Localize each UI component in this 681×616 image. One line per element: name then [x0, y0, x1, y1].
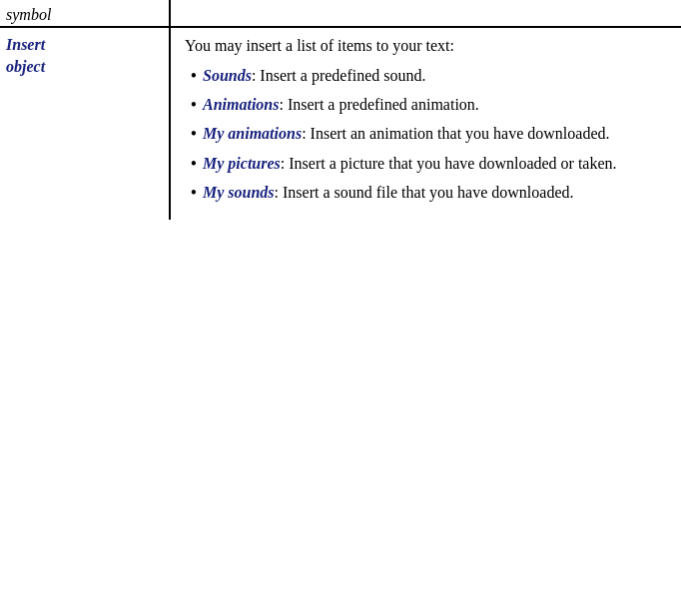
symbol-row: symbol: [0, 0, 681, 27]
bullet-dot: •: [185, 152, 203, 177]
intro-text: You may insert a list of items to your t…: [185, 34, 671, 58]
bullet-dot: •: [185, 93, 203, 118]
item-desc-my-animations: : Insert an animation that you have down…: [302, 125, 609, 142]
content-cell: You may insert a list of items to your t…: [170, 27, 681, 220]
symbol-cell: symbol: [0, 0, 170, 27]
symbol-right-cell: [170, 0, 681, 27]
insert-object-row: Insertobject You may insert a list of it…: [0, 27, 681, 220]
item-name-sounds: Sounds: [203, 67, 252, 84]
bullet-dot: •: [185, 122, 203, 147]
item-name-my-animations: My animations: [203, 125, 302, 142]
main-table: symbol Insertobject You may insert a lis…: [0, 0, 681, 220]
list-item: • Animations: Insert a predefined animat…: [185, 93, 671, 118]
bullet-dot: •: [185, 64, 203, 89]
list-item: • My pictures: Insert a picture that you…: [185, 152, 671, 177]
bullet-text-my-animations: My animations: Insert an animation that …: [203, 122, 671, 146]
item-desc-sounds: : Insert a predefined sound.: [252, 67, 426, 84]
list-item: • My animations: Insert an animation tha…: [185, 122, 671, 147]
right-content: You may insert a list of items to your t…: [185, 34, 671, 206]
insert-object-cell: Insertobject: [0, 27, 170, 220]
item-name-my-pictures: My pictures: [203, 155, 281, 172]
item-desc-my-pictures: : Insert a picture that you have downloa…: [281, 155, 617, 172]
insert-object-label: Insertobject: [6, 36, 45, 75]
bullet-text-my-sounds: My sounds: Insert a sound file that you …: [203, 181, 671, 205]
symbol-label: symbol: [6, 6, 51, 23]
item-name-my-sounds: My sounds: [203, 184, 275, 201]
bullet-list: • Sounds: Insert a predefined sound. • A…: [185, 64, 671, 206]
item-desc-my-sounds: : Insert a sound file that you have down…: [275, 184, 574, 201]
list-item: • Sounds: Insert a predefined sound.: [185, 64, 671, 89]
bullet-text-sounds: Sounds: Insert a predefined sound.: [203, 64, 671, 88]
bullet-dot: •: [185, 181, 203, 206]
bullet-text-animations: Animations: Insert a predefined animatio…: [203, 93, 671, 117]
list-item: • My sounds: Insert a sound file that yo…: [185, 181, 671, 206]
item-name-animations: Animations: [203, 96, 279, 113]
bullet-text-my-pictures: My pictures: Insert a picture that you h…: [203, 152, 671, 176]
item-desc-animations: : Insert a predefined animation.: [279, 96, 478, 113]
